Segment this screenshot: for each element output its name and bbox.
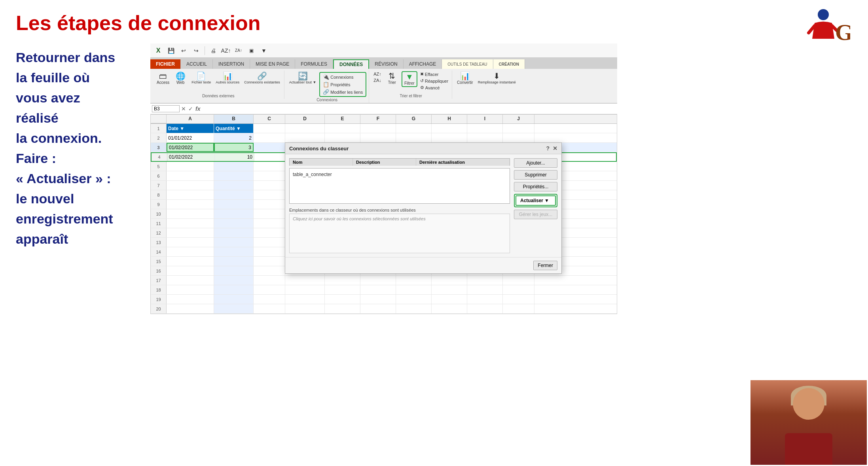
autres-sources-button[interactable]: 📊 Autres sources [214, 71, 241, 85]
cell-ref-input[interactable] [152, 105, 180, 112]
tab-creation2[interactable]: CRÉATION [493, 59, 525, 69]
cell-b3[interactable]: 3 [214, 143, 254, 152]
cancel-formula-icon[interactable]: ✕ [181, 106, 186, 112]
cell-j2[interactable] [503, 133, 534, 142]
cell-a5[interactable] [167, 162, 214, 171]
cell-j19[interactable] [503, 295, 534, 304]
cell-b12[interactable] [214, 228, 254, 237]
cell-b13[interactable] [214, 238, 254, 247]
access-button[interactable]: 🗃 Access [155, 71, 171, 85]
cell-a19[interactable] [167, 295, 214, 304]
cell-i1[interactable] [467, 124, 503, 133]
cell-c20[interactable] [254, 304, 285, 313]
tab-mise-en-page[interactable]: MISE EN PAGE [250, 59, 295, 69]
cell-e1[interactable] [325, 124, 360, 133]
cell-a18[interactable] [167, 285, 214, 294]
cell-b2[interactable]: 2 [214, 133, 254, 142]
cell-b17[interactable] [214, 276, 254, 285]
cell-f1[interactable] [360, 124, 396, 133]
cell-b9[interactable] [214, 200, 254, 209]
reappliquer-button[interactable]: ↺ Réappliquer [419, 78, 449, 84]
cell-j20[interactable] [503, 304, 534, 313]
cell-a17[interactable] [167, 276, 214, 285]
cell-a15[interactable] [167, 257, 214, 266]
cell-b10[interactable] [214, 209, 254, 218]
cell-j17[interactable] [503, 276, 534, 285]
cell-c1[interactable] [254, 124, 285, 133]
cell-c4[interactable] [254, 153, 286, 161]
tab-insertion[interactable]: INSERTION [213, 59, 250, 69]
actualiser-button[interactable]: Actualiser ▼ [515, 195, 556, 206]
save-icon[interactable]: 💾 [165, 45, 176, 56]
sort-za-button[interactable]: ZA↓ [372, 78, 383, 83]
cell-a1[interactable]: Date ▼ [167, 124, 214, 133]
cell-f18[interactable] [360, 285, 396, 294]
cell-i19[interactable] [467, 295, 503, 304]
cell-i20[interactable] [467, 304, 503, 313]
trier-button[interactable]: ⇅ Trier [384, 71, 400, 85]
cell-h17[interactable] [432, 276, 467, 285]
cell-h20[interactable] [432, 304, 467, 313]
cell-f19[interactable] [360, 295, 396, 304]
fermer-button[interactable]: Fermer [533, 261, 557, 270]
cell-a7[interactable] [167, 181, 214, 190]
dialog-close-icon[interactable]: ✕ [553, 145, 557, 152]
cell-g2[interactable] [396, 133, 432, 142]
cell-c6[interactable] [254, 171, 285, 180]
cell-d19[interactable] [285, 295, 325, 304]
ajouter-button[interactable]: Ajouter... [514, 158, 557, 168]
cell-a10[interactable] [167, 209, 214, 218]
cell-c7[interactable] [254, 181, 285, 190]
cell-b4[interactable]: 10 [215, 153, 254, 161]
confirm-formula-icon[interactable]: ✓ [188, 106, 193, 112]
cell-e20[interactable] [325, 304, 360, 313]
cell-c14[interactable] [254, 247, 285, 256]
cell-a2[interactable]: 01/01/2022 [167, 133, 214, 142]
actualiser-dropdown-icon[interactable]: ▼ [544, 198, 549, 203]
cell-f20[interactable] [360, 304, 396, 313]
cell-h19[interactable] [432, 295, 467, 304]
cell-c5[interactable] [254, 162, 285, 171]
convertir-button[interactable]: 📊 Convertir [455, 71, 475, 85]
tab-affichage[interactable]: AFFICHAGE [404, 59, 442, 69]
cell-a16[interactable] [167, 266, 214, 275]
cell-a14[interactable] [167, 247, 214, 256]
modifier-liens-button[interactable]: 🔗 Modifier les liens [322, 89, 364, 95]
cell-b16[interactable] [214, 266, 254, 275]
cell-c13[interactable] [254, 238, 285, 247]
cell-a8[interactable] [167, 190, 214, 199]
dropdown-icon[interactable]: ▼ [258, 45, 269, 56]
cell-c19[interactable] [254, 295, 285, 304]
cell-b1[interactable]: Quantité ▼ [214, 124, 254, 133]
tab-accueil[interactable]: ACCUEIL [181, 59, 213, 69]
cell-f17[interactable] [360, 276, 396, 285]
cell-h2[interactable] [432, 133, 467, 142]
cell-c15[interactable] [254, 257, 285, 266]
remplissage-button[interactable]: ⬇ Remplissage instantané [476, 71, 517, 85]
cell-g20[interactable] [396, 304, 432, 313]
cell-e2[interactable] [325, 133, 360, 142]
undo-icon[interactable]: ↩ [178, 45, 189, 56]
cell-b20[interactable] [214, 304, 254, 313]
cell-i2[interactable] [467, 133, 503, 142]
cell-g19[interactable] [396, 295, 432, 304]
cell-a9[interactable] [167, 200, 214, 209]
connexions-existantes-button[interactable]: 🔗 Connexions existantes [243, 71, 282, 85]
cell-h1[interactable] [432, 124, 467, 133]
cell-a6[interactable] [167, 171, 214, 180]
cell-c11[interactable] [254, 219, 285, 228]
sort2-icon[interactable]: ZA↑ [233, 45, 244, 56]
cell-f2[interactable] [360, 133, 396, 142]
connexions-menu-button[interactable]: 🔌 Connexions [322, 74, 364, 80]
cell-i17[interactable] [467, 276, 503, 285]
cell-a13[interactable] [167, 238, 214, 247]
cell-a11[interactable] [167, 219, 214, 228]
supprimer-button[interactable]: Supprimer [514, 170, 557, 180]
cell-b19[interactable] [214, 295, 254, 304]
tab-creation[interactable]: OUTILS DE TABLEAU [442, 59, 493, 69]
cell-c18[interactable] [254, 285, 285, 294]
cell-c9[interactable] [254, 200, 285, 209]
cell-b11[interactable] [214, 219, 254, 228]
dialog-help-icon[interactable]: ? [546, 145, 550, 152]
actualiser-tout-button[interactable]: 🔄 Actualiser tout ▼ [288, 71, 318, 85]
